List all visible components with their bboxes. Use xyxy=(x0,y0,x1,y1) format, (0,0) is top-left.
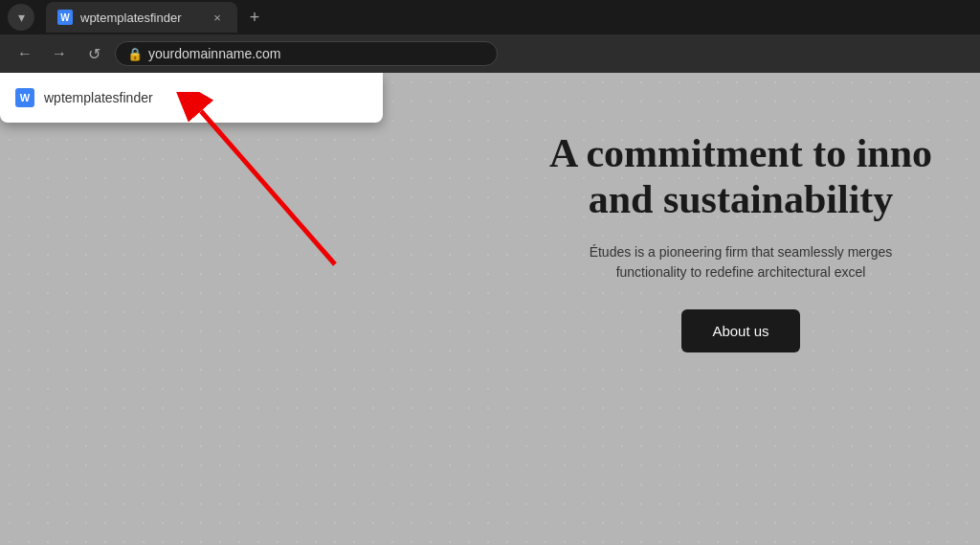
address-bar-container[interactable]: 🔒 yourdomainname.com xyxy=(115,41,498,66)
suggestion-favicon: W xyxy=(15,88,34,107)
reload-button[interactable]: ↺ xyxy=(80,40,107,67)
nav-bar: ← → ↺ 🔒 yourdomainname.com xyxy=(0,34,980,73)
suggestion-text: wptemplatesfinder xyxy=(44,90,153,105)
active-tab[interactable]: W wptemplatesfinder × xyxy=(46,2,237,33)
headline-line1: A commitment to inno xyxy=(521,130,961,176)
subtext-line2: functionality to redefine architectural … xyxy=(521,262,961,283)
headline-line2: and sustainability xyxy=(521,176,961,222)
new-tab-button[interactable]: + xyxy=(241,4,268,31)
back-button[interactable]: ← xyxy=(11,40,38,67)
tab-bar: ▾ W wptemplatesfinder × + xyxy=(0,0,980,34)
tab-collapse-button[interactable]: ▾ xyxy=(8,4,34,31)
website-content: W wptemplatesfinder A commitment to inno… xyxy=(0,73,980,545)
suggestion-item[interactable]: W wptemplatesfinder xyxy=(0,80,383,115)
tab-favicon: W xyxy=(57,10,73,25)
subtext-line1: Études is a pioneering firm that seamles… xyxy=(521,242,961,262)
tab-controls: ▾ xyxy=(8,4,34,31)
address-bar-text: yourdomainname.com xyxy=(148,46,485,61)
browser-chrome: ▾ W wptemplatesfinder × + ← → ↺ 🔒 yourdo… xyxy=(0,0,980,73)
headline: A commitment to inno and sustainability xyxy=(521,130,961,223)
website-text-area: A commitment to inno and sustainability … xyxy=(501,111,980,372)
about-us-button[interactable]: About us xyxy=(681,309,799,352)
lock-icon: 🔒 xyxy=(127,47,143,61)
forward-button[interactable]: → xyxy=(46,40,73,67)
tab-close-button[interactable]: × xyxy=(209,9,226,26)
address-dropdown: W wptemplatesfinder xyxy=(0,73,383,123)
tab-title: wptemplatesfinder xyxy=(80,11,182,25)
subtext: Études is a pioneering firm that seamles… xyxy=(521,242,961,283)
